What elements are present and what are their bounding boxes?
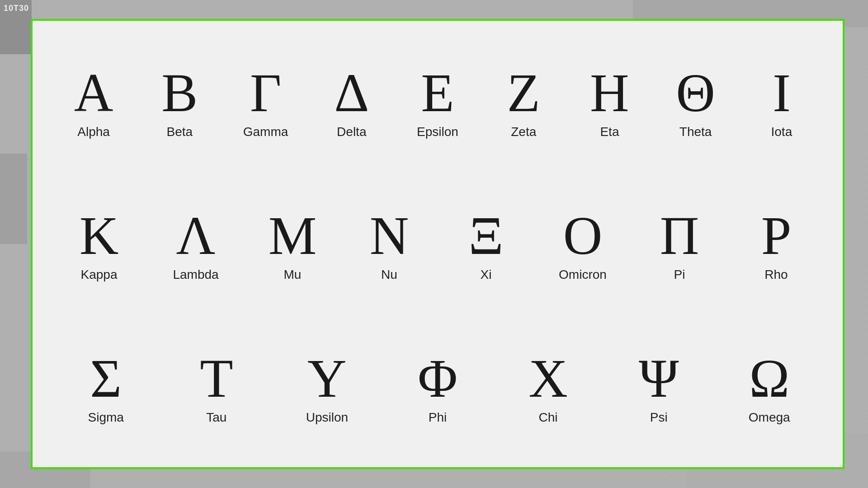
letter-group-lambda: ΛLambda: [147, 206, 244, 282]
letter-group-omega: ΩOmega: [714, 349, 825, 425]
greek-row-3: ΣSigmaΤTauΥUpsilonΦPhiΧChiΨPsiΩOmega: [51, 349, 825, 425]
letter-group-rho: ΡRho: [728, 206, 825, 282]
letter-group-eta: ΗEta: [566, 63, 652, 139]
letter-group-gamma: ΓGamma: [222, 63, 308, 139]
greek-symbol-eta: Η: [590, 63, 629, 123]
greek-name-mu: Mu: [284, 267, 302, 282]
letter-group-nu: ΝNu: [341, 206, 438, 282]
letter-group-phi: ΦPhi: [382, 349, 493, 425]
greek-name-rho: Rho: [764, 267, 788, 282]
symbols-row-1: ΑAlphaΒBetaΓGammaΔDeltaΕEpsilonΖZetaΗEta…: [51, 63, 825, 139]
greek-symbol-beta: Β: [161, 63, 198, 123]
greek-name-epsilon: Epsilon: [417, 125, 458, 139]
greek-symbol-delta: Δ: [334, 63, 369, 123]
greek-name-lambda: Lambda: [173, 267, 218, 282]
greek-name-alpha: Alpha: [77, 125, 110, 139]
greek-row-2: ΚKappaΛLambdaΜMuΝNuΞXiΟOmicronΠPiΡRho: [51, 206, 825, 282]
letter-group-pi: ΠPi: [631, 206, 728, 282]
greek-symbol-alpha: Α: [74, 63, 113, 123]
greek-name-psi: Psi: [650, 410, 668, 425]
greek-symbol-sigma: Σ: [90, 349, 122, 408]
letter-group-omicron: ΟOmicron: [534, 206, 631, 282]
greek-name-sigma: Sigma: [88, 410, 124, 425]
greek-symbol-chi: Χ: [528, 349, 568, 408]
bg-block-midleft: [0, 154, 27, 244]
letter-group-kappa: ΚKappa: [51, 206, 147, 282]
letter-group-epsilon: ΕEpsilon: [395, 63, 481, 139]
greek-symbol-omega: Ω: [749, 349, 789, 408]
greek-symbol-iota: Ι: [773, 63, 791, 123]
greek-symbol-xi: Ξ: [468, 206, 503, 266]
greek-name-delta: Delta: [337, 125, 366, 139]
greek-name-chi: Chi: [539, 410, 558, 425]
greek-symbol-zeta: Ζ: [507, 63, 540, 123]
greek-name-pi: Pi: [674, 267, 685, 282]
greek-name-beta: Beta: [167, 125, 193, 139]
card-content: ΑAlphaΒBetaΓGammaΔDeltaΕEpsilonΖZetaΗEta…: [33, 21, 843, 467]
letter-group-iota: ΙIota: [739, 63, 825, 139]
watermark: 10T30: [4, 4, 29, 13]
greek-name-upsilon: Upsilon: [306, 410, 348, 425]
letter-group-psi: ΨPsi: [604, 349, 714, 425]
greek-name-omicron: Omicron: [559, 267, 607, 282]
greek-symbol-lambda: Λ: [176, 206, 215, 266]
symbols-row-2: ΚKappaΛLambdaΜMuΝNuΞXiΟOmicronΠPiΡRho: [51, 206, 825, 282]
symbols-row-3: ΣSigmaΤTauΥUpsilonΦPhiΧChiΨPsiΩOmega: [51, 349, 825, 425]
greek-symbol-psi: Ψ: [639, 349, 679, 408]
greek-symbol-phi: Φ: [418, 349, 458, 408]
letter-group-sigma: ΣSigma: [51, 349, 161, 425]
greek-symbol-nu: Ν: [370, 206, 409, 266]
greek-symbol-pi: Π: [660, 206, 699, 266]
greek-symbol-kappa: Κ: [80, 206, 119, 266]
letter-group-tau: ΤTau: [161, 349, 272, 425]
letter-group-upsilon: ΥUpsilon: [272, 349, 382, 425]
greek-symbol-upsilon: Υ: [307, 349, 347, 408]
greek-row-1: ΑAlphaΒBetaΓGammaΔDeltaΕEpsilonΖZetaΗEta…: [51, 63, 825, 139]
letter-group-zeta: ΖZeta: [481, 63, 566, 139]
main-card: ΑAlphaΒBetaΓGammaΔDeltaΕEpsilonΖZetaΗEta…: [31, 19, 844, 469]
letter-group-alpha: ΑAlpha: [51, 63, 137, 139]
letter-group-chi: ΧChi: [493, 349, 604, 425]
letter-group-xi: ΞXi: [438, 206, 534, 282]
greek-symbol-tau: Τ: [200, 349, 233, 408]
greek-name-gamma: Gamma: [243, 125, 288, 139]
greek-symbol-mu: Μ: [269, 206, 317, 266]
letter-group-beta: ΒBeta: [137, 63, 222, 139]
greek-symbol-epsilon: Ε: [421, 63, 454, 123]
greek-name-phi: Phi: [429, 410, 447, 425]
letter-group-delta: ΔDelta: [309, 63, 395, 139]
greek-name-theta: Theta: [679, 125, 712, 139]
letter-group-theta: ΘTheta: [653, 63, 739, 139]
greek-symbol-theta: Θ: [676, 63, 715, 123]
letter-group-mu: ΜMu: [244, 206, 341, 282]
greek-name-iota: Iota: [771, 125, 793, 139]
greek-name-nu: Nu: [381, 267, 397, 282]
greek-name-zeta: Zeta: [511, 125, 536, 139]
greek-name-tau: Tau: [206, 410, 226, 425]
greek-name-omega: Omega: [749, 410, 790, 425]
greek-symbol-gamma: Γ: [250, 63, 281, 123]
greek-symbol-omicron: Ο: [563, 206, 603, 266]
greek-name-eta: Eta: [600, 125, 619, 139]
greek-name-kappa: Kappa: [81, 267, 118, 282]
greek-symbol-rho: Ρ: [761, 206, 792, 266]
greek-name-xi: Xi: [481, 267, 492, 282]
